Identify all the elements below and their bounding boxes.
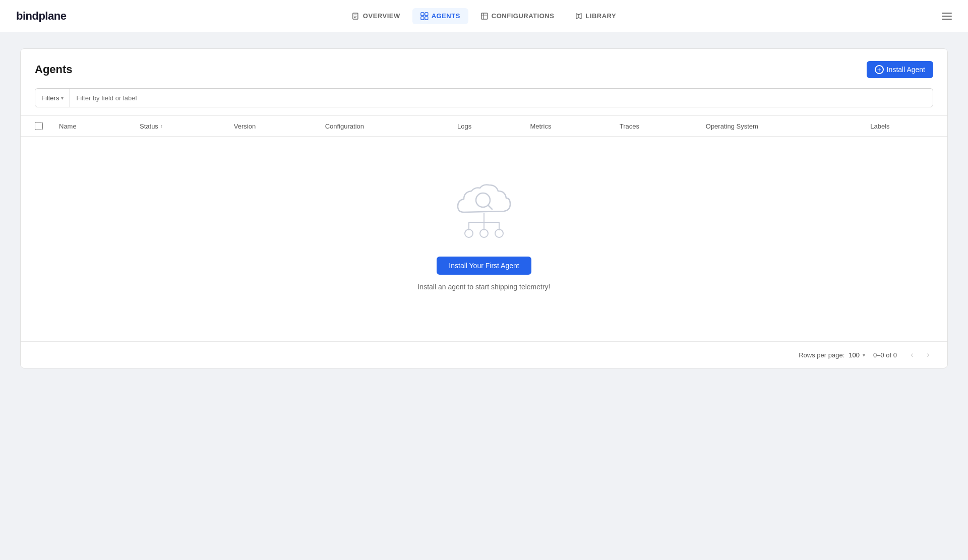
- filters-label: Filters: [41, 94, 59, 102]
- nav-library-label: LIBRARY: [585, 12, 616, 20]
- filters-button[interactable]: Filters ▾: [35, 89, 70, 107]
- agents-card: Agents + Install Agent Filters ▾: [20, 48, 948, 368]
- main-content: Agents + Install Agent Filters ▾: [0, 32, 968, 385]
- chevron-down-icon: ▾: [61, 95, 64, 101]
- col-operating-system: Operating System: [706, 122, 758, 130]
- empty-description: Install an agent to start shipping telem…: [417, 283, 550, 291]
- svg-rect-8: [481, 13, 488, 19]
- col-name: Name: [59, 122, 77, 130]
- col-version: Version: [234, 122, 256, 130]
- install-agent-button[interactable]: + Install Agent: [867, 61, 933, 78]
- install-agent-label: Install Agent: [887, 66, 925, 74]
- nav-agents-label: AGENTS: [432, 12, 460, 20]
- page-range: 0–0 of 0: [873, 351, 897, 359]
- col-traces: Traces: [620, 122, 639, 130]
- col-status: Status: [140, 122, 158, 130]
- main-nav: OVERVIEW AGENTS CONFIGURATI: [344, 8, 624, 24]
- card-header: Agents + Install Agent: [21, 49, 947, 88]
- agents-table: Name Status ↑ Version Configuration Logs: [21, 115, 947, 341]
- nav-item-configurations[interactable]: CONFIGURATIONS: [472, 8, 562, 24]
- col-configuration: Configuration: [325, 122, 364, 130]
- svg-point-21: [495, 229, 503, 237]
- plus-icon: +: [875, 65, 884, 74]
- nav-configurations-label: CONFIGURATIONS: [492, 12, 554, 20]
- install-first-agent-button[interactable]: Install Your First Agent: [437, 257, 531, 275]
- logo: bindplane: [16, 10, 66, 23]
- col-labels: Labels: [870, 122, 889, 130]
- header: bindplane OVERVIEW: [0, 0, 968, 32]
- page-navigation: ‹ ›: [905, 348, 935, 362]
- rows-select-chevron: ▾: [863, 352, 865, 358]
- rows-per-page-label: Rows per page:: [799, 351, 844, 359]
- col-metrics: Metrics: [530, 122, 552, 130]
- pagination: Rows per page: 100 ▾ 0–0 of 0 ‹ ›: [21, 341, 947, 368]
- svg-line-13: [488, 205, 492, 209]
- next-page-button[interactable]: ›: [921, 348, 935, 362]
- svg-point-19: [465, 229, 473, 237]
- page-title: Agents: [35, 63, 73, 76]
- svg-point-20: [480, 229, 488, 237]
- empty-illustration: [444, 177, 524, 244]
- doc-icon: [352, 12, 360, 20]
- menu-button[interactable]: [942, 13, 952, 20]
- rows-per-page: Rows per page: 100 ▾: [799, 351, 865, 359]
- sort-arrow-icon: ↑: [160, 123, 163, 129]
- empty-state: Install Your First Agent Install an agen…: [21, 137, 947, 341]
- svg-rect-5: [425, 13, 428, 16]
- nav-overview-label: OVERVIEW: [363, 12, 400, 20]
- svg-rect-7: [425, 17, 428, 20]
- nav-item-agents[interactable]: AGENTS: [412, 8, 468, 24]
- filter-bar: Filters ▾: [35, 88, 933, 107]
- svg-rect-4: [421, 13, 424, 16]
- prev-page-button[interactable]: ‹: [905, 348, 919, 362]
- filter-input[interactable]: [70, 94, 933, 102]
- rows-per-page-value: 100: [849, 351, 860, 359]
- install-first-agent-label: Install Your First Agent: [449, 262, 519, 270]
- config-icon: [480, 12, 489, 20]
- nav-item-library[interactable]: LIBRARY: [566, 8, 624, 24]
- select-all-checkbox[interactable]: [35, 122, 43, 130]
- library-icon: [574, 12, 582, 20]
- svg-rect-6: [421, 17, 424, 20]
- rows-per-page-select[interactable]: 100 ▾: [849, 351, 865, 359]
- col-logs: Logs: [457, 122, 471, 130]
- nav-item-overview[interactable]: OVERVIEW: [344, 8, 408, 24]
- agents-icon: [420, 12, 429, 20]
